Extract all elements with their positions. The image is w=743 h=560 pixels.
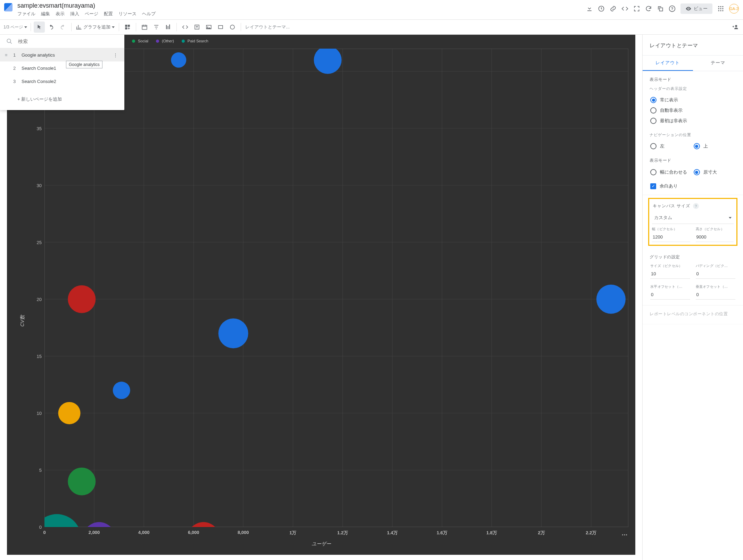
layout-theme-link[interactable]: レイアウトとテーマ...: [244, 24, 291, 30]
menu-view[interactable]: 表示: [56, 11, 65, 17]
caret-down-icon: [729, 217, 732, 219]
menu-resource[interactable]: リソース: [118, 11, 137, 17]
menu-file[interactable]: ファイル: [17, 11, 35, 17]
embed-icon[interactable]: [621, 5, 628, 12]
rectangle-icon[interactable]: [215, 22, 226, 33]
menu-help[interactable]: ヘルプ: [142, 11, 156, 17]
svg-point-4: [688, 8, 689, 9]
add-people-icon[interactable]: [730, 22, 741, 33]
canvas-width-input[interactable]: 1200: [652, 233, 690, 242]
y-tick: 25: [37, 240, 42, 245]
page-item-3[interactable]: ≡ 3 Search Console2 ⋮: [0, 75, 124, 88]
chart-y-axis-label: CV数: [19, 315, 26, 326]
canvas-preset-select[interactable]: カスタム: [652, 212, 734, 224]
menu-edit[interactable]: 編集: [41, 11, 50, 17]
grid-voff-input[interactable]: 0: [696, 291, 736, 300]
more-icon[interactable]: ⋮: [113, 52, 119, 58]
page-search-input[interactable]: [18, 39, 118, 44]
legend-label: Paid Search: [188, 39, 208, 43]
page-item-2[interactable]: ≡ 2 Search Console1 ⋮: [0, 61, 124, 75]
y-tick: 5: [39, 467, 42, 473]
report-canvas-area[interactable]: Social (Other) Paid Search CV数 ユーザー … 05…: [0, 35, 642, 560]
date-range-icon[interactable]: [139, 22, 150, 33]
page-label: Search Console2: [22, 79, 110, 84]
svg-text:?: ?: [671, 7, 673, 11]
url-embed-icon[interactable]: [180, 22, 191, 33]
undo-button[interactable]: [46, 22, 57, 33]
history-icon[interactable]: [598, 5, 605, 12]
page-item-1[interactable]: ≡ 1 Google analytics ⋮: [0, 48, 124, 61]
select-tool[interactable]: [34, 22, 45, 33]
help-badge-icon[interactable]: ?: [693, 203, 699, 209]
grid-hoff-label: 水平オフセット（…: [650, 284, 690, 289]
menu-insert[interactable]: 挿入: [70, 11, 79, 17]
page-search-row: [0, 35, 124, 48]
filter-icon[interactable]: [151, 22, 162, 33]
checkbox-has-margin[interactable]: ✓ 余白あり: [650, 181, 736, 191]
page-number: 2: [13, 66, 18, 71]
toolbar: 1/3 ページ グラフを追加 レイアウトとテーマ...: [0, 19, 743, 35]
refresh-icon[interactable]: [645, 5, 652, 12]
grid-size-input[interactable]: 10: [650, 270, 690, 279]
svg-point-11: [718, 10, 719, 11]
apps-icon[interactable]: [717, 5, 724, 12]
add-chart-button[interactable]: グラフを追加: [74, 24, 116, 30]
canvas-height-input[interactable]: 9000: [696, 233, 734, 242]
radio-hidden-first[interactable]: 最初は非表示: [650, 116, 736, 126]
svg-rect-24: [218, 26, 223, 29]
text-icon[interactable]: [191, 22, 203, 33]
legend-label: (Other): [162, 39, 174, 43]
svg-point-51: [68, 468, 96, 495]
radio-actual-size[interactable]: 原寸大: [693, 167, 736, 177]
svg-point-58: [314, 49, 341, 74]
legend-swatch: [182, 40, 185, 43]
page-dropdown-panel: ≡ 1 Google analytics ⋮ ≡ 2 Search Consol…: [0, 35, 124, 110]
tab-layout[interactable]: レイアウト: [643, 56, 693, 71]
grid-padding-input[interactable]: 0: [696, 270, 736, 279]
page-indicator[interactable]: 1/3 ページ: [2, 24, 28, 30]
view-button[interactable]: ビュー: [680, 3, 713, 14]
section-display-mode-label: 表示モード: [650, 77, 736, 83]
chart-canvas[interactable]: Social (Other) Paid Search CV数 ユーザー … 05…: [7, 35, 635, 555]
menu-bar: ファイル 編集 表示 挿入 ページ 配置 リソース ヘルプ: [17, 11, 156, 17]
fullscreen-icon[interactable]: [633, 5, 640, 12]
help-icon[interactable]: ?: [669, 5, 676, 12]
circle-icon[interactable]: [227, 22, 238, 33]
radio-auto-hide[interactable]: 自動非表示: [650, 105, 736, 116]
add-page-button[interactable]: + 新しいページを追加: [0, 88, 124, 110]
redo-button[interactable]: [57, 22, 68, 33]
page-label: Google analytics: [22, 52, 110, 58]
svg-point-10: [722, 8, 723, 9]
side-panel-title: レイアウトとテーマ: [643, 35, 743, 56]
community-viz-icon[interactable]: [122, 22, 133, 33]
svg-point-12: [720, 10, 721, 11]
x-tick: 4,000: [138, 530, 150, 535]
radio-nav-top[interactable]: 上: [693, 141, 736, 151]
caret-down-icon: [112, 26, 115, 28]
grid-hoff-input[interactable]: 0: [650, 291, 690, 300]
document-title[interactable]: sample:evsmart(murayama): [17, 2, 156, 9]
user-avatar[interactable]: GA-2: [729, 4, 739, 14]
radio-label: 最初は非表示: [660, 118, 687, 124]
report-level-components-label: レポートレベルのコンポーネントの位置: [650, 311, 736, 317]
tab-theme[interactable]: テーマ: [693, 56, 743, 71]
image-icon[interactable]: [203, 22, 214, 33]
radio-fit-width[interactable]: 幅に合わせる: [650, 167, 693, 177]
download-icon[interactable]: [586, 5, 593, 12]
app-header: sample:evsmart(murayama) ファイル 編集 表示 挿入 ペ…: [0, 0, 743, 19]
y-tick: 35: [37, 126, 42, 131]
data-control-icon[interactable]: [163, 22, 174, 33]
menu-page[interactable]: ページ: [85, 11, 98, 17]
menu-arrange[interactable]: 配置: [104, 11, 113, 17]
radio-nav-left[interactable]: 左: [650, 141, 693, 151]
svg-point-59: [596, 285, 626, 314]
grid-padding-label: パディング（ピク…: [696, 264, 736, 268]
header-visibility-label: ヘッダーの表示設定: [650, 86, 736, 91]
svg-point-54: [58, 402, 81, 424]
radio-always-show[interactable]: 常に表示: [650, 95, 736, 105]
svg-rect-17: [142, 25, 147, 30]
copy-icon[interactable]: [657, 5, 664, 12]
svg-point-57: [218, 318, 248, 348]
link-icon[interactable]: [610, 5, 617, 12]
svg-point-8: [718, 8, 719, 9]
